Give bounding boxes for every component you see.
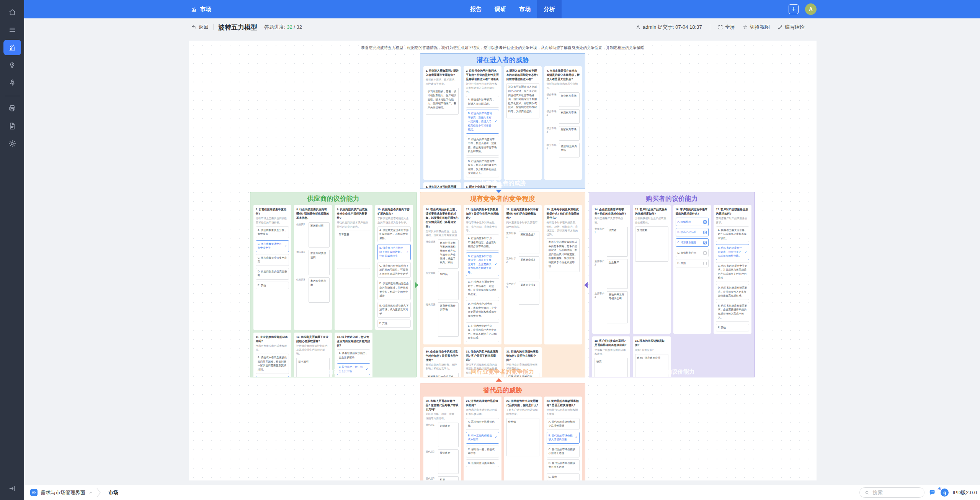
answer-box[interactable]: 家居厂供应家居企业 — [635, 354, 668, 377]
answer-box[interactable]: 基本没有 — [296, 358, 330, 377]
checkbox-option[interactable]: B. 提高产品品质✓ — [676, 228, 709, 236]
sidebar-collapse-button[interactable] — [3, 481, 21, 496]
option-item[interactable]: B. 替代品的市场份额较大但增长缓慢✓ — [547, 432, 580, 444]
field-value-box[interactable]: 某家居企业1 — [519, 231, 539, 254]
write-conclusion-button[interactable]: 编写结论 — [777, 24, 805, 31]
switch-view-button[interactable]: 切换视图 — [743, 24, 770, 31]
option-item[interactable]: A. 购买者主要关注价格，对产品或服务品质标准要求较低。 — [716, 226, 749, 243]
field-value-box[interactable]: 家居行业是指与家居环境相关的各种产品与服务的产业领域，涵盖了家具、家纺... — [438, 239, 459, 269]
option-item[interactable]: D. 替代品的市场份额较大且增长迅速 — [547, 459, 580, 471]
option-item[interactable]: A. 供应商数量多且分散，集中度低 — [256, 226, 289, 238]
field-value-box[interactable]: 消费者 — [607, 227, 628, 257]
chevron-up-icon[interactable] — [88, 490, 93, 495]
option-item[interactable]: A. 具有较强的议价能力，企业比较被动 — [337, 349, 370, 361]
answer-box[interactable]: 家居行业不断发展降低成本的竞争策略，竞争产品的设计、品质和功能、家居产品的设计和… — [547, 238, 580, 272]
option-item[interactable]: A. 高度倾向于选择替代品 — [466, 418, 499, 430]
field-value-box[interactable]: 1000人 — [438, 271, 459, 300]
user-avatar[interactable]: A — [805, 3, 817, 15]
five-forces-canvas[interactable]: 恭喜您完成波特五力模型，根据您的答题情况，我们为您生成如下结果，您可以参考评估企… — [189, 41, 817, 480]
field-value-box[interactable]: 企业客户 — [607, 259, 628, 289]
add-button[interactable]: + — [789, 4, 799, 14]
option-item[interactable]: F. 其他 — [377, 320, 411, 328]
option-item[interactable]: D. 行业内的平均盈利率较低，新进入者的吸引力有限，仅少数差异化的企业可能进入。 — [466, 157, 499, 177]
back-button[interactable]: 返回 — [191, 24, 209, 31]
option-item[interactable]: A. 替代品的市场份额较小且增长缓慢 — [547, 418, 580, 430]
option-item[interactable]: D. 供应商数量少且高度垄断 — [256, 268, 289, 280]
answer-box[interactable]: 存在 有较大增长空间 — [506, 373, 539, 378]
option-item[interactable]: A. 行业盈利水平较高，新进入者日益活跃。 — [466, 96, 499, 108]
option-item[interactable]: C. 议价能力较弱，企业具有议价权 — [337, 377, 370, 377]
option-item[interactable]: B. 行业内的平均盈利率较高，新进入者有一定兴趣，但进入门槛高使竞争可控维持稳定… — [466, 110, 499, 134]
sidebar-item-document[interactable] — [3, 118, 21, 134]
nav-item-analysis[interactable]: 分析 — [537, 0, 562, 18]
option-item[interactable]: C. 供应商已经有部分向下游扩展的可能性，可能在不久的将来成为竞争对手 — [377, 262, 411, 278]
answer-box[interactable]: 家居行业是一个多元化、创新空间大的行业，公司需聚焦细分产业领域，打造不同的产品和… — [426, 373, 459, 378]
sidebar-item-settings[interactable] — [3, 136, 21, 151]
field-value-box[interactable]: 酒店/物业家具市场 — [559, 143, 580, 157]
option-item[interactable]: B. 供应商只有少数有向下游扩展的计划，但目前威胁较小✓ — [377, 244, 411, 260]
field-value-box[interactable]: 家居板材商 — [309, 222, 330, 248]
field-value-box[interactable]: 传统家居 — [438, 449, 459, 474]
field-value-box[interactable]: 正在开拓海外的市场 — [438, 302, 459, 337]
option-item[interactable]: B. 议价能力一般，符合企业预期✓ — [337, 363, 370, 375]
checkbox-option[interactable]: D. 提供长期合同✓ — [676, 249, 709, 257]
option-item[interactable]: D. 行业内竞争对手较多，市场竞争激烈，企业需要通过创新和优质服务保持竞争力。 — [466, 300, 499, 320]
field-value-box[interactable]: 某家居企业2 — [519, 256, 539, 279]
field-value-box[interactable]: 家居五金供应商 — [309, 277, 330, 303]
ai-assistant-button[interactable]: AI — [928, 489, 937, 497]
answer-box[interactable]: 学习周期较长，需要：设计端创新能力、生产端供应链、技术端数字化能力、品牌端市场推… — [426, 88, 459, 115]
option-item[interactable]: C. 行业内存在适量竞争对手，市场存在一定波动，企业需要积极应对市场变化。 — [466, 278, 499, 298]
option-item[interactable]: C. 替代品的市场份额较小但增长迅速 — [547, 446, 580, 457]
option-item[interactable]: D. 低倾向且转换成本高 — [466, 459, 499, 467]
field-value-box[interactable]: 居家家具市场 — [559, 126, 580, 141]
option-item[interactable]: A. 供应商完全没有向下游扩展的能力，不构成竞争威胁。 — [377, 226, 411, 243]
option-item[interactable]: B. 供应商数量适中且集中度中等✓ — [256, 240, 289, 252]
option-item[interactable]: D. 供应商已经开始涉足企业的市场领域，并开展相关业务，构成一定的竞争威胁 — [377, 280, 411, 300]
bottom-tab-market[interactable]: 市场 — [108, 489, 118, 496]
option-item[interactable]: E. 其他 — [547, 473, 580, 480]
checkbox-option[interactable]: C. 增加售后服务✓ — [676, 238, 709, 247]
checkbox-option[interactable]: E. 其他✓ — [676, 259, 709, 267]
app-switcher-label[interactable]: 需求与市场管理界面 — [41, 489, 85, 496]
field-value-box[interactable]: 办公家具市场 — [559, 92, 580, 107]
answer-box[interactable]: 非常重要 — [337, 231, 370, 269]
field-value-box[interactable]: 某家居企业3 — [519, 282, 539, 305]
option-item[interactable]: B. 切换成本较低且更换供应商比较容易，转换到另一家供应商需要完成培训。✓ — [256, 376, 289, 377]
option-item[interactable]: B. 行业内竞争对手数量较少，存在几个领先对手，企业需要关注市场动态和对手策略。… — [466, 252, 499, 277]
sidebar-item-printer[interactable] — [3, 101, 21, 116]
option-item[interactable]: B. 购买者对品质有一定要求，但更注重产品或服务的性价比。✓ — [716, 244, 749, 260]
option-item[interactable]: E. 其他 — [256, 282, 289, 290]
nav-item-research[interactable]: 调研 — [488, 0, 513, 18]
field-value-box[interactable]: 家居饰材类供应商 — [309, 250, 330, 275]
checkbox-option[interactable]: A. 降低价格✓ — [676, 218, 709, 226]
sidebar-item-rocket[interactable] — [3, 75, 21, 90]
option-item[interactable]: C. 行业内的平均盈利率中等，新进入者有一定意愿，但会更谨慎评估市场机会和风险。 — [466, 136, 499, 156]
answer-box[interactable]: 交付依赖 — [635, 226, 668, 262]
search-input[interactable]: 搜索 — [859, 487, 924, 498]
answer-box[interactable]: 价格低 — [506, 418, 539, 456]
option-item[interactable]: E. 行业内竞争对手众多，企业面临巨大竞争压力，需要不断提升产品和服务品质。 — [466, 322, 499, 342]
sidebar-item-menu[interactable] — [3, 22, 21, 38]
sidebar-item-home[interactable] — [3, 5, 21, 20]
option-item[interactable]: A. 行业内竞争对手少，市场格局稳定，企业暂时稳固占据市场份额。 — [466, 234, 499, 251]
field-value-box[interactable]: 家用家具市场 — [559, 109, 580, 124]
option-item[interactable]: E. 供应商已经成功进入下游市场，成为直接竞争对手 — [377, 302, 411, 318]
fullscreen-button[interactable]: 全屏 — [718, 24, 735, 31]
option-item[interactable]: B. 有一定倾向但转换成本较高✓ — [466, 432, 499, 444]
option-item[interactable]: A. 客户对现有供应商的忠诚度高，信任度高，更换供应商的可能性非常低。 — [466, 377, 499, 377]
answer-box[interactable]: 较高 — [595, 358, 628, 377]
option-item[interactable]: C. 倾向性一般，转换成本中等 — [466, 446, 499, 457]
nav-item-market[interactable]: 市场 — [513, 0, 537, 18]
option-item[interactable]: C. 供应商数量少且集中度高 — [256, 254, 289, 266]
option-item[interactable]: A. 切换成本极高且更换供应商非常困难，转换到另一家供应商需要重新完成培训。 — [256, 354, 289, 374]
field-value-box[interactable]: 定制家居 — [438, 423, 459, 447]
field-value-box[interactable]: 房地产开发商等相关公司 — [607, 291, 628, 323]
field-value-box[interactable]: 租赁 — [438, 476, 459, 480]
option-item[interactable]: E. 购买者对品质有极高要求，企业需要进行产品的品质管理投入高成本投入。 — [716, 302, 749, 322]
sidebar-item-idea[interactable] — [3, 57, 21, 73]
answer-box[interactable]: 进入者可能通过引入创新的产品设计、生产工艺或商业模式来改变市场格局，他们可能专注… — [506, 83, 539, 118]
app-switcher-button[interactable] — [30, 489, 38, 496]
option-item[interactable]: C. 购买者对品质有中等要求，并且愿意为更高品质的产品或服务支付合理的价格 — [716, 262, 749, 282]
sidebar-item-analytics[interactable] — [3, 40, 21, 55]
option-item[interactable]: F. 其他 — [716, 324, 749, 332]
